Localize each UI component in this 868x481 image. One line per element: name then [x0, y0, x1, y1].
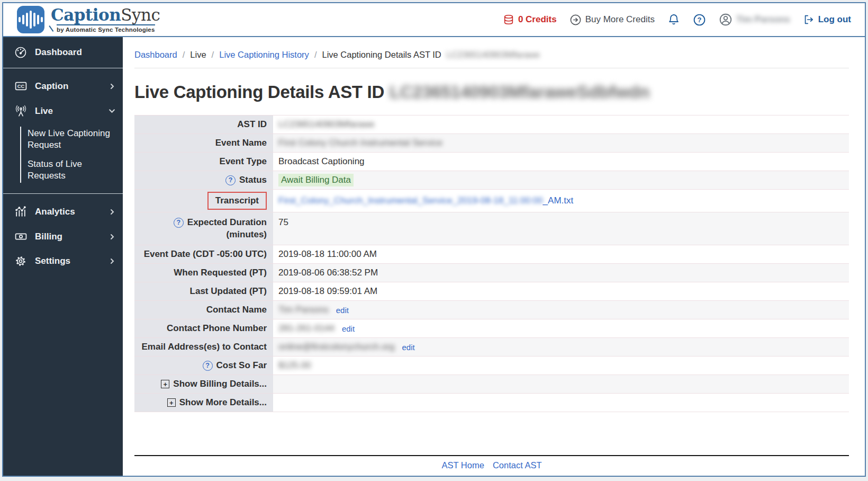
breadcrumb-link-dashboard[interactable]: Dashboard	[134, 50, 177, 60]
gear-icon	[14, 255, 28, 268]
help-circle-icon[interactable]: ?	[693, 13, 706, 26]
plus-box-icon: +	[167, 398, 176, 407]
sidebar-item-label: Billing	[35, 231, 62, 242]
user-icon	[719, 13, 733, 26]
transcript-filename-redacted: First_Colony_Church_Instrumental_Service…	[278, 195, 543, 206]
help-icon[interactable]: ?	[174, 218, 184, 228]
breadcrumb-link-live-captioning-history[interactable]: Live Captioning History	[219, 50, 309, 60]
sidebar-item-label: Dashboard	[35, 47, 82, 58]
logo[interactable]: CaptionSync by Automatic Sync Technologi…	[17, 6, 160, 33]
user-menu[interactable]: Tim Parsons	[719, 13, 790, 26]
table-row-when-requested: When Requested (PT) 2019-08-06 06:38:52 …	[134, 263, 849, 282]
chevron-right-icon	[109, 234, 115, 240]
breadcrumb-current: Live Captioning Details AST ID	[322, 50, 441, 60]
logout-label: Log out	[818, 14, 851, 25]
sidebar-item-analytics[interactable]: Analytics	[3, 199, 123, 224]
show-billing-details-toggle[interactable]: + Show Billing Details...	[134, 375, 273, 393]
logout-icon	[803, 14, 815, 25]
main-content: Dashboard / Live / Live Captioning Histo…	[123, 37, 865, 476]
transcript-file-link[interactable]: First_Colony_Church_Instrumental_Service…	[278, 195, 573, 206]
captionsync-logo-icon	[17, 6, 44, 33]
brand-sync: Sync	[121, 5, 160, 24]
redacted-value: $125.00	[278, 360, 311, 371]
buy-more-credits-link[interactable]: Buy More Credits	[569, 14, 655, 26]
redacted-value: Tim Parsons	[278, 305, 329, 315]
sidebar-item-caption[interactable]: CC Caption	[3, 74, 123, 99]
sidebar: Dashboard CC Caption	[3, 37, 123, 476]
sidebar-item-dashboard[interactable]: Dashboard	[3, 37, 123, 68]
redacted-value: 281-261-0144	[278, 323, 334, 334]
help-icon[interactable]: ?	[225, 175, 236, 185]
svg-text:?: ?	[697, 16, 701, 24]
chevron-right-icon	[109, 209, 115, 215]
edit-contact-name-link[interactable]: edit	[336, 306, 349, 315]
help-icon[interactable]: ?	[203, 361, 213, 371]
buy-more-credits-label: Buy More Credits	[585, 14, 655, 25]
breadcrumb-ast-id-redacted: LC2365140903Mfarawe	[447, 50, 540, 60]
sidebar-item-label: Analytics	[35, 207, 75, 217]
table-row-ast-id: AST ID LC2365140903Mfarawe	[134, 115, 849, 133]
ast-home-link[interactable]: AST Home	[441, 460, 484, 470]
breadcrumb: Dashboard / Live / Live Captioning Histo…	[134, 37, 849, 60]
antenna-icon	[14, 104, 28, 118]
page-title: Live Captioning Details AST ID LC2365140…	[134, 82, 849, 102]
sidebar-item-label: Settings	[35, 256, 70, 266]
table-row-last-updated: Last Updated (PT) 2019-08-18 09:59:01 AM	[134, 282, 849, 300]
cc-icon: CC	[14, 79, 28, 93]
table-row-contact-email: Email Address(es) to Contact online@firs…	[134, 337, 849, 356]
logout-button[interactable]: Log out	[803, 14, 851, 25]
table-row-event-date: Event Date (CDT -05:00 UTC) 2019-08-18 1…	[134, 245, 849, 263]
app-window: CaptionSync by Automatic Sync Technologi…	[2, 2, 866, 477]
chevron-right-icon	[109, 83, 115, 90]
sidebar-item-billing[interactable]: Billing	[3, 224, 123, 249]
redacted-value: online@firstcolonychurch.org	[278, 342, 394, 352]
gauge-icon	[14, 46, 28, 59]
sidebar-item-settings[interactable]: Settings	[3, 249, 123, 273]
table-row-event-name: Event Name First Colony Church Instrumen…	[134, 133, 849, 152]
chevron-down-icon	[108, 108, 115, 114]
banknote-icon	[14, 230, 28, 243]
top-header: CaptionSync by Automatic Sync Technologi…	[3, 3, 865, 37]
bar-chart-icon	[14, 205, 28, 218]
chevron-right-icon	[109, 258, 115, 264]
edit-contact-email-link[interactable]: edit	[402, 343, 414, 352]
table-row-transcript: Transcript First_Colony_Church_Instrumen…	[134, 189, 849, 212]
credits-indicator[interactable]: 0 Credits	[503, 14, 557, 25]
brand-wordmark: CaptionSync	[51, 7, 160, 23]
transcript-filename-extension: _AM.txt	[543, 195, 574, 206]
sidebar-item-label: Caption	[35, 81, 68, 92]
plus-box-icon: +	[161, 380, 169, 388]
sidebar-item-label: Live	[35, 106, 53, 117]
page-title-ast-id-redacted: LC2365140903MfaraweSdbfwdn	[390, 82, 649, 102]
svg-text:CC: CC	[17, 84, 24, 89]
bell-icon[interactable]	[667, 13, 680, 26]
table-row-status: ? Status Await Billing Data	[134, 171, 849, 189]
table-row-contact-phone: Contact Phone Number 281-261-0144 edit	[134, 319, 849, 337]
sidebar-item-live[interactable]: Live	[3, 99, 123, 123]
table-row-show-more-details: + Show More Details...	[134, 393, 849, 412]
credits-label: 0 Credits	[518, 14, 557, 25]
sidebar-item-status-of-live-requests[interactable]: Status of Live Requests	[28, 158, 115, 182]
breadcrumb-divider	[134, 68, 849, 68]
sidebar-item-new-live-captioning-request[interactable]: New Live Captioning Request	[28, 128, 115, 151]
breadcrumb-item-live: Live	[190, 50, 206, 60]
table-row-show-billing-details: + Show Billing Details...	[134, 375, 849, 393]
table-row-cost-so-far: ? Cost So Far $125.00	[134, 356, 849, 375]
coins-icon	[503, 14, 514, 25]
edit-contact-phone-link[interactable]: edit	[342, 324, 355, 333]
brand-caption: Caption	[51, 5, 121, 24]
table-row-event-type: Event Type Broadcast Captioning	[134, 152, 849, 171]
live-submenu: New Live Captioning Request Status of Li…	[20, 127, 123, 183]
show-more-details-toggle[interactable]: + Show More Details...	[134, 394, 273, 412]
status-badge: Await Billing Data	[278, 174, 354, 186]
contact-ast-link[interactable]: Contact AST	[493, 460, 542, 470]
table-row-contact-name: Contact Name Tim Parsons edit	[134, 300, 849, 319]
arrow-circle-icon	[569, 14, 582, 26]
redacted-value: LC2365140903Mfarawe	[278, 119, 374, 130]
transcript-label-annotation-box: Transcript	[207, 192, 267, 210]
redacted-value: First Colony Church Instrumental Service	[278, 138, 442, 148]
page-footer: AST Home Contact AST	[134, 455, 849, 476]
username: Tim Parsons	[736, 14, 790, 25]
details-table: AST ID LC2365140903Mfarawe Event Name Fi…	[134, 115, 849, 412]
table-row-expected-duration: ? Expected Duration (minutes) 75	[134, 212, 849, 245]
